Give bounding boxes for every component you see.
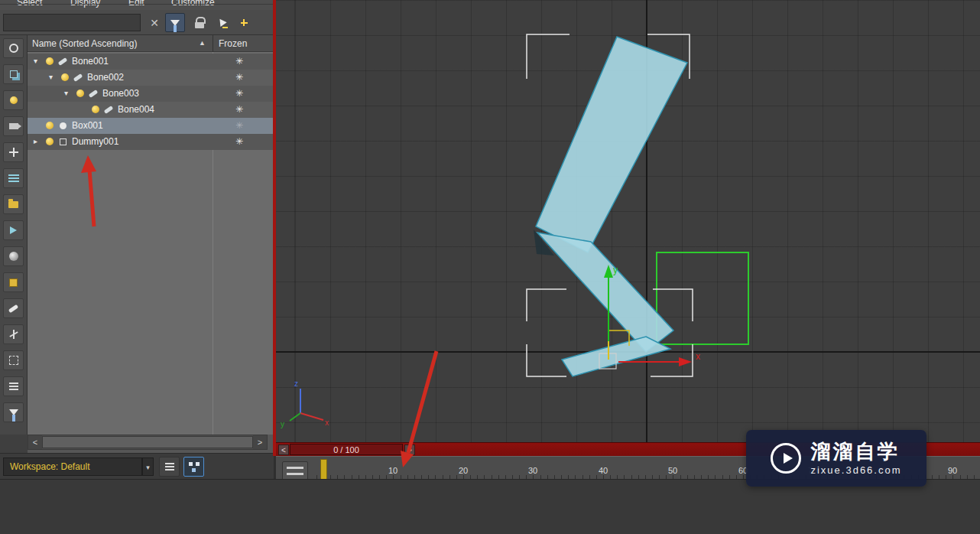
scroll-right-button[interactable]: > xyxy=(253,435,267,449)
workspace-graph-button[interactable] xyxy=(183,457,204,477)
watermark-site: zixue.3d66.com xyxy=(810,464,901,476)
scene-explorer-list: Name (Sorted Ascending) ▲ Frozen ▾ Bone0… xyxy=(28,35,274,435)
column-header-frozen[interactable]: Frozen xyxy=(219,38,247,49)
sort-list-button[interactable] xyxy=(3,376,24,396)
tripod-x-label: x xyxy=(325,418,329,427)
list-item-bone004[interactable]: Bone004 ✳ xyxy=(28,102,274,118)
viewport-scene: y x z x y xyxy=(276,0,980,442)
row-label: Bone001 xyxy=(72,56,109,67)
bone-type-icon xyxy=(104,106,114,114)
list-lines-icon xyxy=(9,383,18,384)
list-item-dummy001[interactable]: ▸ Dummy001 ✳ xyxy=(28,134,274,150)
snowflake-icon xyxy=(9,330,18,339)
display-spacewarps-button[interactable] xyxy=(3,168,24,188)
filter-funnel-button[interactable] xyxy=(3,402,24,422)
bone-chain[interactable] xyxy=(534,37,687,376)
display-frozen-button[interactable] xyxy=(3,324,24,344)
circle-icon xyxy=(9,44,18,53)
tick-label: 30 xyxy=(528,466,537,475)
display-hidden-button[interactable] xyxy=(3,350,24,370)
list-item-bone002[interactable]: ▾ Bone002 ✳ xyxy=(28,70,274,86)
watermark: 溜溜自学 zixue.3d66.com xyxy=(746,430,926,487)
bone-type-icon xyxy=(73,73,83,82)
frozen-icon[interactable]: ✳ xyxy=(235,104,243,115)
display-containers-button[interactable] xyxy=(3,272,24,292)
list-item-bone001[interactable]: ▾ Bone001 ✳ xyxy=(28,54,274,70)
workspace-bar: Workspace: Default ▾ xyxy=(0,453,274,479)
explorer-display-toolbar xyxy=(0,35,28,435)
arrow-icon xyxy=(10,226,17,234)
frozen-icon[interactable]: ✳ xyxy=(235,120,243,131)
cursor-plus-icon xyxy=(217,18,228,28)
scroll-left-button[interactable]: < xyxy=(28,435,42,449)
status-bar: 1 Object Selected Click and drag to sele… xyxy=(0,479,980,534)
open-curve-editor-button[interactable] xyxy=(282,461,308,480)
display-materials-button[interactable] xyxy=(3,246,24,266)
row-label: Bone002 xyxy=(87,72,124,83)
add-to-explorer-button[interactable] xyxy=(234,13,254,32)
workspace-selector[interactable]: Workspace: Default xyxy=(3,457,142,476)
tick-label: 50 xyxy=(668,466,677,475)
node-graph-icon xyxy=(188,461,200,472)
chevron-down-icon[interactable]: ▾ xyxy=(142,457,154,476)
helper-cross-icon xyxy=(9,148,18,157)
visibility-bulb-icon[interactable] xyxy=(76,90,84,97)
list-item-bone003[interactable]: ▾ Bone003 ✳ xyxy=(28,86,274,102)
display-groups-button[interactable] xyxy=(3,194,24,214)
visibility-bulb-icon[interactable] xyxy=(46,122,54,129)
frozen-icon[interactable]: ✳ xyxy=(235,56,243,67)
watermark-play-logo-icon xyxy=(771,443,801,474)
horizontal-scrollbar[interactable]: < > xyxy=(28,435,268,450)
tick-label: 90 xyxy=(948,466,957,475)
wave-icon xyxy=(8,174,19,176)
clear-search-button[interactable]: ✕ xyxy=(144,13,164,32)
scrollbar-thumb[interactable] xyxy=(42,436,253,448)
viewport[interactable]: y x z x y xyxy=(276,0,980,442)
layers-button[interactable] xyxy=(159,457,180,477)
row-label: Box001 xyxy=(72,120,103,131)
visibility-bulb-icon[interactable] xyxy=(46,138,54,145)
display-helpers-button[interactable] xyxy=(3,142,24,162)
plus-icon xyxy=(241,19,248,26)
active-viewport-border xyxy=(273,0,276,456)
menubar-clip-line xyxy=(0,4,274,5)
frozen-icon[interactable]: ✳ xyxy=(235,72,243,83)
chevron-right-icon[interactable]: ▸ xyxy=(34,137,37,145)
chevron-down-icon[interactable]: ▾ xyxy=(64,89,68,97)
funnel-icon xyxy=(170,20,180,26)
column-header-name[interactable]: Name (Sorted Ascending) xyxy=(32,38,137,49)
time-slider-handle[interactable]: 0 / 100 xyxy=(290,444,403,455)
bone-type-icon xyxy=(58,57,68,66)
bone-type-icon xyxy=(89,90,99,98)
previous-frame-button[interactable]: < xyxy=(278,444,289,455)
column-divider[interactable] xyxy=(213,35,213,52)
visibility-bulb-icon[interactable] xyxy=(92,106,99,113)
watermark-brand: 溜溜自学 xyxy=(810,441,901,462)
display-all-button[interactable] xyxy=(3,38,24,58)
next-frame-button[interactable]: > xyxy=(404,444,415,455)
display-xrefs-button[interactable] xyxy=(3,220,24,240)
row-label: Bone003 xyxy=(102,88,139,99)
stack-icon xyxy=(10,70,18,78)
row-label: Dummy001 xyxy=(72,136,118,147)
frozen-icon[interactable]: ✳ xyxy=(235,136,243,147)
display-children-button[interactable] xyxy=(3,64,24,84)
display-cameras-button[interactable] xyxy=(3,116,24,136)
visibility-bulb-icon[interactable] xyxy=(46,57,54,65)
camera-icon xyxy=(9,123,18,129)
chevron-down-icon[interactable]: ▾ xyxy=(34,57,37,65)
filter-button[interactable] xyxy=(165,13,185,32)
search-input[interactable] xyxy=(3,14,141,31)
pick-add-button[interactable] xyxy=(213,13,232,32)
app-window: Select Display Edit Customize ✕ xyxy=(0,0,980,534)
chevron-down-icon[interactable]: ▾ xyxy=(49,73,53,81)
visibility-bulb-icon[interactable] xyxy=(61,73,69,81)
list-item-box001[interactable]: Box001 ✳ xyxy=(28,118,274,134)
display-lights-button[interactable] xyxy=(3,90,24,110)
sphere-icon xyxy=(9,252,18,261)
display-bones-button[interactable] xyxy=(3,298,24,318)
frozen-icon[interactable]: ✳ xyxy=(235,88,243,99)
tick-label: 40 xyxy=(599,466,608,475)
geometry-type-icon xyxy=(60,122,67,129)
lock-explorer-button[interactable] xyxy=(190,13,209,32)
